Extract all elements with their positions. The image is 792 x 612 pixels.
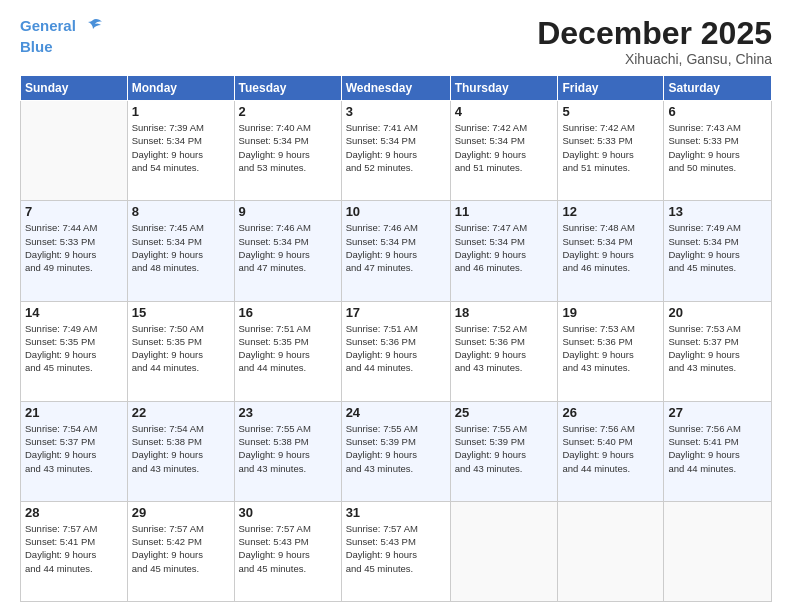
calendar-table: Sunday Monday Tuesday Wednesday Thursday…: [20, 75, 772, 602]
day-info: Sunrise: 7:41 AMSunset: 5:34 PMDaylight:…: [346, 121, 446, 174]
day-number: 11: [455, 204, 554, 219]
day-number: 30: [239, 505, 337, 520]
calendar-cell: 21Sunrise: 7:54 AMSunset: 5:37 PMDayligh…: [21, 401, 128, 501]
calendar-cell: 29Sunrise: 7:57 AMSunset: 5:42 PMDayligh…: [127, 501, 234, 601]
day-info: Sunrise: 7:50 AMSunset: 5:35 PMDaylight:…: [132, 322, 230, 375]
calendar-cell: 16Sunrise: 7:51 AMSunset: 5:35 PMDayligh…: [234, 301, 341, 401]
calendar-cell: 22Sunrise: 7:54 AMSunset: 5:38 PMDayligh…: [127, 401, 234, 501]
calendar-cell: 12Sunrise: 7:48 AMSunset: 5:34 PMDayligh…: [558, 201, 664, 301]
calendar-cell: 28Sunrise: 7:57 AMSunset: 5:41 PMDayligh…: [21, 501, 128, 601]
day-info: Sunrise: 7:57 AMSunset: 5:43 PMDaylight:…: [346, 522, 446, 575]
calendar-cell: 24Sunrise: 7:55 AMSunset: 5:39 PMDayligh…: [341, 401, 450, 501]
calendar-cell: [558, 501, 664, 601]
day-number: 19: [562, 305, 659, 320]
day-number: 20: [668, 305, 767, 320]
day-info: Sunrise: 7:42 AMSunset: 5:33 PMDaylight:…: [562, 121, 659, 174]
day-number: 1: [132, 104, 230, 119]
day-info: Sunrise: 7:42 AMSunset: 5:34 PMDaylight:…: [455, 121, 554, 174]
day-number: 3: [346, 104, 446, 119]
day-info: Sunrise: 7:39 AMSunset: 5:34 PMDaylight:…: [132, 121, 230, 174]
calendar-cell: 6Sunrise: 7:43 AMSunset: 5:33 PMDaylight…: [664, 101, 772, 201]
header-saturday: Saturday: [664, 76, 772, 101]
location-subtitle: Xihuachi, Gansu, China: [537, 51, 772, 67]
day-info: Sunrise: 7:53 AMSunset: 5:36 PMDaylight:…: [562, 322, 659, 375]
day-number: 4: [455, 104, 554, 119]
calendar-week-row-3: 21Sunrise: 7:54 AMSunset: 5:37 PMDayligh…: [21, 401, 772, 501]
calendar-cell: [450, 501, 558, 601]
day-number: 16: [239, 305, 337, 320]
day-info: Sunrise: 7:53 AMSunset: 5:37 PMDaylight:…: [668, 322, 767, 375]
title-block: December 2025 Xihuachi, Gansu, China: [537, 16, 772, 67]
day-info: Sunrise: 7:57 AMSunset: 5:41 PMDaylight:…: [25, 522, 123, 575]
day-number: 5: [562, 104, 659, 119]
calendar-cell: 13Sunrise: 7:49 AMSunset: 5:34 PMDayligh…: [664, 201, 772, 301]
day-info: Sunrise: 7:46 AMSunset: 5:34 PMDaylight:…: [239, 221, 337, 274]
day-number: 13: [668, 204, 767, 219]
day-info: Sunrise: 7:54 AMSunset: 5:38 PMDaylight:…: [132, 422, 230, 475]
day-number: 14: [25, 305, 123, 320]
calendar-cell: 9Sunrise: 7:46 AMSunset: 5:34 PMDaylight…: [234, 201, 341, 301]
calendar-cell: 3Sunrise: 7:41 AMSunset: 5:34 PMDaylight…: [341, 101, 450, 201]
day-number: 7: [25, 204, 123, 219]
calendar-cell: 20Sunrise: 7:53 AMSunset: 5:37 PMDayligh…: [664, 301, 772, 401]
day-info: Sunrise: 7:49 AMSunset: 5:35 PMDaylight:…: [25, 322, 123, 375]
day-number: 22: [132, 405, 230, 420]
calendar-cell: 4Sunrise: 7:42 AMSunset: 5:34 PMDaylight…: [450, 101, 558, 201]
day-number: 6: [668, 104, 767, 119]
header-thursday: Thursday: [450, 76, 558, 101]
day-info: Sunrise: 7:55 AMSunset: 5:38 PMDaylight:…: [239, 422, 337, 475]
calendar-cell: 30Sunrise: 7:57 AMSunset: 5:43 PMDayligh…: [234, 501, 341, 601]
day-number: 17: [346, 305, 446, 320]
calendar-cell: 14Sunrise: 7:49 AMSunset: 5:35 PMDayligh…: [21, 301, 128, 401]
day-info: Sunrise: 7:54 AMSunset: 5:37 PMDaylight:…: [25, 422, 123, 475]
day-info: Sunrise: 7:46 AMSunset: 5:34 PMDaylight:…: [346, 221, 446, 274]
header-monday: Monday: [127, 76, 234, 101]
day-info: Sunrise: 7:45 AMSunset: 5:34 PMDaylight:…: [132, 221, 230, 274]
weekday-header-row: Sunday Monday Tuesday Wednesday Thursday…: [21, 76, 772, 101]
calendar-week-row-4: 28Sunrise: 7:57 AMSunset: 5:41 PMDayligh…: [21, 501, 772, 601]
calendar-week-row-2: 14Sunrise: 7:49 AMSunset: 5:35 PMDayligh…: [21, 301, 772, 401]
day-number: 18: [455, 305, 554, 320]
day-number: 26: [562, 405, 659, 420]
day-info: Sunrise: 7:56 AMSunset: 5:40 PMDaylight:…: [562, 422, 659, 475]
calendar-cell: 31Sunrise: 7:57 AMSunset: 5:43 PMDayligh…: [341, 501, 450, 601]
day-info: Sunrise: 7:51 AMSunset: 5:36 PMDaylight:…: [346, 322, 446, 375]
calendar-cell: 1Sunrise: 7:39 AMSunset: 5:34 PMDaylight…: [127, 101, 234, 201]
day-number: 15: [132, 305, 230, 320]
calendar-cell: [664, 501, 772, 601]
day-number: 9: [239, 204, 337, 219]
day-number: 21: [25, 405, 123, 420]
day-info: Sunrise: 7:44 AMSunset: 5:33 PMDaylight:…: [25, 221, 123, 274]
logo-blue: Blue: [20, 38, 104, 56]
day-info: Sunrise: 7:49 AMSunset: 5:34 PMDaylight:…: [668, 221, 767, 274]
calendar-cell: 23Sunrise: 7:55 AMSunset: 5:38 PMDayligh…: [234, 401, 341, 501]
day-info: Sunrise: 7:57 AMSunset: 5:43 PMDaylight:…: [239, 522, 337, 575]
day-info: Sunrise: 7:56 AMSunset: 5:41 PMDaylight:…: [668, 422, 767, 475]
day-info: Sunrise: 7:40 AMSunset: 5:34 PMDaylight:…: [239, 121, 337, 174]
day-info: Sunrise: 7:48 AMSunset: 5:34 PMDaylight:…: [562, 221, 659, 274]
header-friday: Friday: [558, 76, 664, 101]
day-number: 29: [132, 505, 230, 520]
day-info: Sunrise: 7:55 AMSunset: 5:39 PMDaylight:…: [455, 422, 554, 475]
day-number: 28: [25, 505, 123, 520]
calendar-cell: 10Sunrise: 7:46 AMSunset: 5:34 PMDayligh…: [341, 201, 450, 301]
calendar-cell: 17Sunrise: 7:51 AMSunset: 5:36 PMDayligh…: [341, 301, 450, 401]
day-number: 8: [132, 204, 230, 219]
header-tuesday: Tuesday: [234, 76, 341, 101]
calendar-cell: 2Sunrise: 7:40 AMSunset: 5:34 PMDaylight…: [234, 101, 341, 201]
calendar-cell: 8Sunrise: 7:45 AMSunset: 5:34 PMDaylight…: [127, 201, 234, 301]
day-info: Sunrise: 7:52 AMSunset: 5:36 PMDaylight:…: [455, 322, 554, 375]
calendar-cell: 15Sunrise: 7:50 AMSunset: 5:35 PMDayligh…: [127, 301, 234, 401]
calendar-cell: 26Sunrise: 7:56 AMSunset: 5:40 PMDayligh…: [558, 401, 664, 501]
header-wednesday: Wednesday: [341, 76, 450, 101]
day-number: 27: [668, 405, 767, 420]
logo-text: General: [20, 16, 104, 38]
day-number: 24: [346, 405, 446, 420]
month-title: December 2025: [537, 16, 772, 51]
logo-bird-icon: [82, 16, 104, 38]
calendar-cell: 5Sunrise: 7:42 AMSunset: 5:33 PMDaylight…: [558, 101, 664, 201]
calendar-week-row-1: 7Sunrise: 7:44 AMSunset: 5:33 PMDaylight…: [21, 201, 772, 301]
day-info: Sunrise: 7:51 AMSunset: 5:35 PMDaylight:…: [239, 322, 337, 375]
calendar-cell: 25Sunrise: 7:55 AMSunset: 5:39 PMDayligh…: [450, 401, 558, 501]
page-header: General Blue December 2025 Xihuachi, Gan…: [20, 16, 772, 67]
